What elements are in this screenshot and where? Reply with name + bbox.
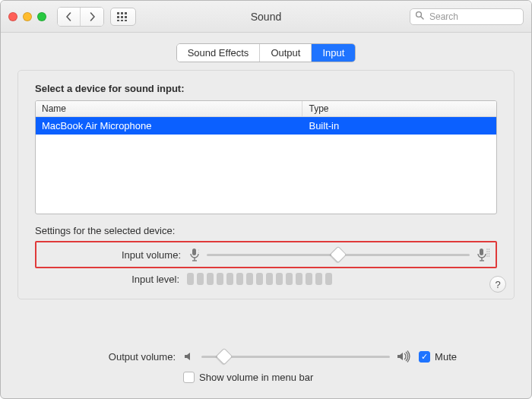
input-level-meter xyxy=(187,273,332,285)
help-button[interactable]: ? xyxy=(489,276,506,293)
device-name: MacBook Air Microphone xyxy=(36,117,302,135)
mute-label: Mute xyxy=(435,351,457,363)
input-volume-slider[interactable] xyxy=(207,249,470,260)
output-footer: Output volume: ✓ Mute xyxy=(1,343,531,398)
titlebar: Sound xyxy=(1,1,531,33)
svg-rect-2 xyxy=(125,12,127,14)
svg-rect-0 xyxy=(117,12,119,14)
svg-rect-8 xyxy=(125,20,127,21)
window-controls xyxy=(8,12,46,21)
svg-rect-3 xyxy=(117,16,119,18)
nav-forward-button[interactable] xyxy=(81,8,103,26)
show-all-button[interactable] xyxy=(110,8,136,26)
svg-point-24 xyxy=(489,249,489,249)
show-in-menu-bar-checkbox[interactable] xyxy=(183,372,195,383)
svg-point-14 xyxy=(198,249,199,250)
sound-preferences-window: Sound Sound Effects Output Input Select … xyxy=(0,0,532,399)
nav-back-button[interactable] xyxy=(58,8,81,26)
svg-rect-11 xyxy=(192,249,196,255)
tab-output[interactable]: Output xyxy=(260,44,312,62)
svg-point-9 xyxy=(416,12,422,17)
output-volume-slider[interactable] xyxy=(201,351,390,362)
svg-point-20 xyxy=(486,249,487,249)
svg-point-23 xyxy=(486,255,487,256)
tab-input[interactable]: Input xyxy=(312,44,355,62)
device-row[interactable]: MacBook Air Microphone Built-in xyxy=(36,117,496,135)
mute-checkbox-wrap[interactable]: ✓ Mute xyxy=(419,351,457,363)
zoom-button[interactable] xyxy=(37,12,46,21)
input-volume-label: Input volume: xyxy=(36,249,181,261)
svg-point-16 xyxy=(198,254,199,255)
mute-checkbox[interactable]: ✓ xyxy=(419,351,430,363)
show-in-menu-bar-label: Show volume in menu bar xyxy=(199,372,313,383)
tab-bar: Sound Effects Output Input xyxy=(17,43,515,62)
svg-line-10 xyxy=(421,17,423,19)
minimize-button[interactable] xyxy=(23,12,32,21)
input-device-list[interactable]: Name Type MacBook Air Microphone Built-i… xyxy=(35,100,497,214)
speaker-high-icon xyxy=(396,350,413,363)
tab-sound-effects[interactable]: Sound Effects xyxy=(177,44,261,62)
svg-rect-7 xyxy=(121,20,123,21)
svg-point-26 xyxy=(489,253,489,254)
search-field-wrap xyxy=(410,8,524,25)
input-panel: Select a device for sound input: Name Ty… xyxy=(17,70,515,299)
column-header-name[interactable]: Name xyxy=(36,101,302,116)
svg-rect-5 xyxy=(125,16,127,18)
speaker-low-icon xyxy=(183,350,195,363)
svg-point-22 xyxy=(486,253,487,254)
input-level-label: Input level: xyxy=(35,274,179,285)
svg-point-27 xyxy=(489,255,489,256)
output-volume-label: Output volume: xyxy=(17,351,176,363)
mic-high-icon xyxy=(476,247,491,262)
mic-low-icon xyxy=(188,247,201,262)
show-in-menu-bar-wrap[interactable]: Show volume in menu bar xyxy=(183,372,313,383)
svg-rect-17 xyxy=(480,249,483,255)
svg-rect-4 xyxy=(121,16,123,18)
svg-rect-6 xyxy=(117,20,119,21)
svg-point-15 xyxy=(198,252,199,252)
svg-point-25 xyxy=(489,251,489,252)
close-button[interactable] xyxy=(8,12,17,21)
column-header-type[interactable]: Type xyxy=(302,101,496,116)
search-icon xyxy=(415,11,424,22)
input-volume-highlight: Input volume: xyxy=(35,241,497,268)
nav-back-forward xyxy=(57,7,104,27)
svg-rect-1 xyxy=(121,12,123,14)
device-list-heading: Select a device for sound input: xyxy=(35,83,497,94)
device-settings-heading: Settings for the selected device: xyxy=(35,225,497,236)
search-input[interactable] xyxy=(428,11,518,23)
device-type: Built-in xyxy=(302,117,496,135)
svg-point-21 xyxy=(486,251,487,252)
